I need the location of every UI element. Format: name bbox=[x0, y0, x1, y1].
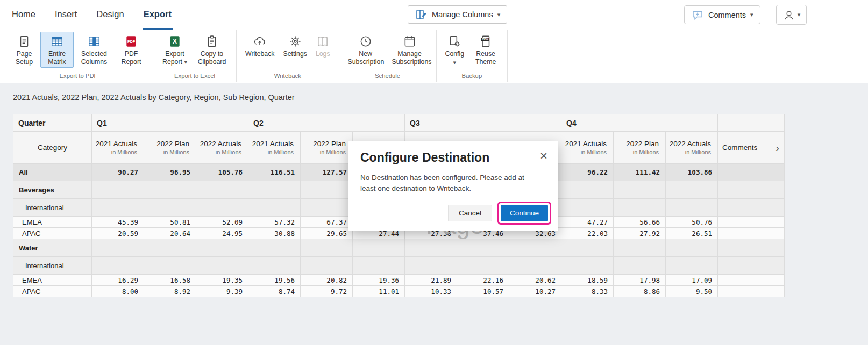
row-label[interactable]: EMEA bbox=[13, 275, 92, 286]
account-menu-button[interactable]: ▾ bbox=[776, 5, 807, 25]
value-cell[interactable] bbox=[614, 257, 666, 275]
tab-home[interactable]: Home bbox=[11, 0, 37, 30]
tab-insert[interactable]: Insert bbox=[54, 0, 78, 30]
value-cell[interactable] bbox=[248, 199, 301, 217]
row-label[interactable]: Beverages bbox=[13, 181, 92, 199]
value-cell[interactable]: 24.95 bbox=[196, 228, 248, 239]
value-cell[interactable] bbox=[614, 239, 666, 257]
manage-subscriptions-button[interactable]: Manage Subscriptions bbox=[388, 32, 431, 68]
value-cell[interactable] bbox=[92, 257, 144, 275]
value-cell[interactable] bbox=[457, 239, 509, 257]
quarter-corner-header[interactable]: Quarter bbox=[13, 114, 92, 132]
value-cell[interactable] bbox=[301, 257, 353, 275]
value-cell[interactable]: 16.29 bbox=[92, 275, 144, 286]
comments-header[interactable]: Comments› bbox=[718, 132, 785, 164]
reuse-theme-button[interactable]: JSON Reuse Theme bbox=[469, 32, 502, 68]
new-subscription-button[interactable]: New Subscription bbox=[344, 32, 387, 68]
value-cell[interactable]: 8.00 bbox=[92, 286, 144, 297]
measure-header[interactable]: 2022 Planin Millions bbox=[144, 132, 196, 164]
scroll-right-icon[interactable]: › bbox=[775, 141, 779, 154]
value-cell[interactable]: 19.36 bbox=[353, 275, 405, 286]
value-cell[interactable]: 116.51 bbox=[248, 164, 301, 181]
measure-header[interactable]: 2021 Actualsin Millions bbox=[92, 132, 144, 164]
quarter-header[interactable]: Q2 bbox=[248, 114, 405, 132]
value-cell[interactable] bbox=[666, 257, 718, 275]
row-label[interactable]: All bbox=[13, 164, 92, 181]
value-cell[interactable]: 50.76 bbox=[666, 217, 718, 228]
value-cell[interactable] bbox=[561, 239, 614, 257]
value-cell[interactable] bbox=[144, 239, 196, 257]
measure-header[interactable]: 2022 Actualsin Millions bbox=[666, 132, 718, 164]
value-cell[interactable]: 96.95 bbox=[144, 164, 196, 181]
value-cell[interactable]: 8.86 bbox=[614, 286, 666, 297]
value-cell[interactable]: 45.39 bbox=[92, 217, 144, 228]
value-cell[interactable]: 9.72 bbox=[301, 286, 353, 297]
value-cell[interactable] bbox=[561, 181, 614, 199]
tab-export[interactable]: Export bbox=[143, 0, 173, 30]
value-cell[interactable]: 111.42 bbox=[614, 164, 666, 181]
measure-header[interactable]: 2022 Actualsin Millions bbox=[196, 132, 248, 164]
comment-cell[interactable] bbox=[718, 286, 785, 297]
category-corner-header[interactable]: Category bbox=[13, 132, 92, 164]
quarter-header[interactable]: Q4 bbox=[561, 114, 718, 132]
value-cell[interactable]: 9.39 bbox=[196, 286, 248, 297]
value-cell[interactable]: 17.98 bbox=[614, 275, 666, 286]
value-cell[interactable]: 10.27 bbox=[509, 286, 561, 297]
value-cell[interactable] bbox=[248, 239, 301, 257]
cancel-button[interactable]: Cancel bbox=[448, 205, 492, 221]
value-cell[interactable]: 30.88 bbox=[248, 228, 301, 239]
value-cell[interactable]: 127.57 bbox=[301, 164, 353, 181]
value-cell[interactable]: 17.09 bbox=[666, 275, 718, 286]
value-cell[interactable]: 50.81 bbox=[144, 217, 196, 228]
settings-button[interactable]: Settings bbox=[279, 32, 310, 60]
comment-cell[interactable] bbox=[718, 217, 785, 228]
value-cell[interactable] bbox=[561, 199, 614, 217]
value-cell[interactable] bbox=[144, 181, 196, 199]
value-cell[interactable]: 22.03 bbox=[561, 228, 614, 239]
value-cell[interactable]: 10.57 bbox=[457, 286, 509, 297]
comments-button[interactable]: Comments ▾ bbox=[684, 5, 760, 24]
row-label[interactable]: Water bbox=[13, 239, 92, 257]
continue-button[interactable]: Continue bbox=[501, 205, 548, 221]
value-cell[interactable] bbox=[405, 257, 457, 275]
value-cell[interactable] bbox=[301, 181, 353, 199]
value-cell[interactable]: 105.78 bbox=[196, 164, 248, 181]
comment-cell[interactable] bbox=[718, 199, 785, 217]
value-cell[interactable]: 19.56 bbox=[248, 275, 301, 286]
value-cell[interactable] bbox=[92, 181, 144, 199]
value-cell[interactable]: 20.64 bbox=[144, 228, 196, 239]
value-cell[interactable]: 16.58 bbox=[144, 275, 196, 286]
comment-cell[interactable] bbox=[718, 257, 785, 275]
value-cell[interactable]: 9.50 bbox=[666, 286, 718, 297]
value-cell[interactable] bbox=[509, 257, 561, 275]
entire-matrix-button[interactable]: Entire Matrix bbox=[40, 32, 74, 68]
export-report-button[interactable]: X Export Report ▾ bbox=[158, 32, 191, 68]
value-cell[interactable] bbox=[196, 181, 248, 199]
value-cell[interactable]: 96.22 bbox=[561, 164, 614, 181]
value-cell[interactable]: 52.09 bbox=[196, 217, 248, 228]
copy-to-clipboard-button[interactable]: Copy to Clipboard bbox=[193, 32, 231, 68]
value-cell[interactable] bbox=[353, 257, 405, 275]
value-cell[interactable] bbox=[509, 239, 561, 257]
config-button[interactable]: Config ▾ bbox=[442, 32, 468, 68]
value-cell[interactable]: 18.59 bbox=[561, 275, 614, 286]
value-cell[interactable]: 8.92 bbox=[144, 286, 196, 297]
selected-columns-button[interactable]: Selected Columns bbox=[75, 32, 113, 68]
value-cell[interactable]: 90.27 bbox=[92, 164, 144, 181]
writeback-button[interactable]: Writeback bbox=[241, 32, 278, 60]
value-cell[interactable] bbox=[457, 257, 509, 275]
pdf-report-button[interactable]: PDF PDF Report bbox=[115, 32, 148, 68]
quarter-header[interactable]: Q3 bbox=[405, 114, 561, 132]
close-icon[interactable]: × bbox=[538, 148, 550, 163]
value-cell[interactable] bbox=[196, 239, 248, 257]
comment-cell[interactable] bbox=[718, 239, 785, 257]
measure-header[interactable]: 2022 Planin Millions bbox=[614, 132, 666, 164]
value-cell[interactable] bbox=[144, 257, 196, 275]
value-cell[interactable]: 19.35 bbox=[196, 275, 248, 286]
value-cell[interactable] bbox=[92, 199, 144, 217]
value-cell[interactable]: 20.62 bbox=[509, 275, 561, 286]
value-cell[interactable] bbox=[196, 257, 248, 275]
comment-cell[interactable] bbox=[718, 181, 785, 199]
measure-header[interactable]: 2022 Planin Millions bbox=[301, 132, 353, 164]
value-cell[interactable]: 8.74 bbox=[248, 286, 301, 297]
